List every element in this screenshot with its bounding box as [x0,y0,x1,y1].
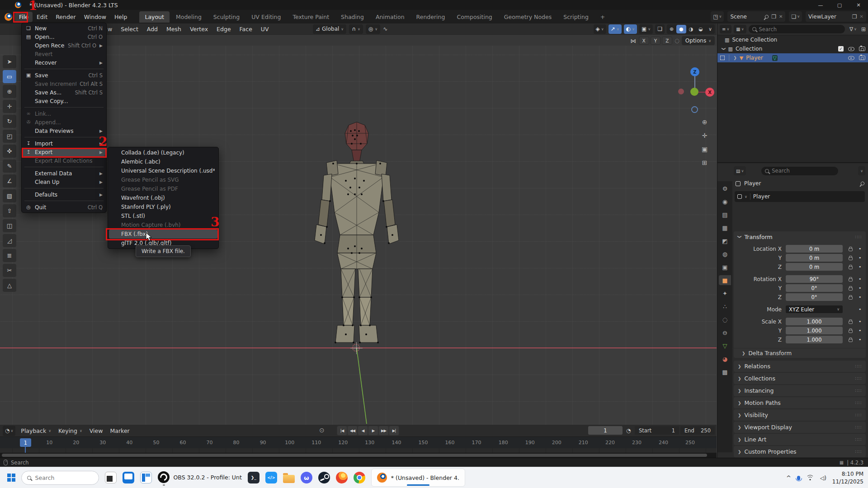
lock-icon[interactable] [849,339,853,342]
filter-dropdown[interactable]: ∇∨ [847,25,859,33]
expander-icon[interactable]: ❯ [722,47,726,51]
orientation-dropdown[interactable]: ⊿ Global∨ [313,24,346,34]
volume-icon[interactable]: ◁) [820,475,826,481]
timeline-menu-view[interactable]: View [86,426,107,436]
viewport-menu-add[interactable]: Add [147,26,158,33]
gizmo-z-negative[interactable] [691,106,698,113]
options-dropdown[interactable]: Options∨ [682,36,715,45]
expander-icon[interactable]: ❯ [733,56,737,60]
animate-decorator[interactable]: • [859,337,862,343]
shading-dropdown[interactable]: ∨ [706,25,715,33]
breadcrumb-object[interactable]: Player [744,180,761,187]
snap-base-icon[interactable]: ◌ [675,38,679,44]
clock[interactable]: 8:10 PM 11/12/2025 [832,470,863,485]
menu-window[interactable]: Window [80,12,110,22]
viewport-menu-vertex[interactable]: Vertex [190,26,208,33]
firefox-icon[interactable] [336,472,348,483]
animate-decorator[interactable]: • [859,306,862,312]
auto-keying-toggle[interactable]: ⊙ [319,427,325,434]
tab-world[interactable]: ◍ [719,249,731,259]
new-collection-button[interactable]: ⊞ [861,26,866,33]
view-menu-partial[interactable]: w [108,26,112,33]
stopwatch-icon[interactable]: ◔ [626,427,631,434]
character-model[interactable] [312,117,402,349]
field-scale-x[interactable]: 1.000 [786,318,843,325]
annotate-tool[interactable]: ✎ [3,160,16,173]
mirror-z-button[interactable]: Z [662,37,672,45]
tab-physics[interactable]: ◌ [719,314,731,324]
scale-tool[interactable]: ◰ [3,130,16,143]
shading-solid[interactable]: ● [676,25,686,33]
mirror-x-button[interactable]: X [639,37,649,45]
timeline-menu-marker[interactable]: Marker [107,426,133,436]
new-viewlayer-icon[interactable]: ❐ [852,14,857,20]
workspace-tab-uv-editing[interactable]: UV Editing [246,11,286,23]
transform-tool[interactable]: ✜ [3,145,16,158]
tab-material[interactable]: ◕ [719,354,731,364]
field-z[interactable]: 1.000 [786,336,843,343]
panel-relations[interactable]: ❯Relations [734,361,866,372]
frame-end-field[interactable]: End 250 [680,426,715,435]
properties-options-dropdown[interactable]: ∨ [858,166,865,175]
animate-decorator[interactable]: • [859,285,862,291]
file-menu-item-recover[interactable]: Recover▶ [22,58,106,67]
playhead-frame-badge[interactable]: 1 [20,438,31,447]
tab-object[interactable]: ■ [719,275,731,285]
export-menu-item-stl-stl[interactable]: STL (.stl) [108,211,218,221]
field-z[interactable]: 0 m [786,263,843,271]
properties-search[interactable] [761,167,838,175]
proportional-edit-dropdown[interactable]: ◎∨ [366,24,380,34]
gizmo-dropdown[interactable]: ▣∨ [639,24,653,34]
pc-monitor-icon[interactable] [123,472,134,483]
viewport-menu-uv[interactable]: UV [261,26,269,33]
export-menu-item-alembic-abc[interactable]: Alembic (.abc) [108,157,218,166]
tab-data[interactable]: ▽ [719,341,731,351]
transform-panel-header[interactable]: ❯ Transform [734,231,866,242]
play-button[interactable]: ▶ [368,426,378,435]
timeline-scrollbar[interactable] [0,453,717,458]
jump-to-start-button[interactable]: |◀ [337,426,347,435]
frame-start-field[interactable]: Start 1 [635,426,679,435]
prev-keyframe-button[interactable]: ◀◀ [348,426,357,435]
scene-browse-dropdown[interactable]: ◳∨ [711,11,724,22]
scrollbar-handle[interactable] [2,454,707,457]
workspace-tab-rendering[interactable]: Rendering [411,11,451,23]
minimize-button[interactable]: — [811,0,830,10]
field-rotation-x[interactable]: 90° [786,275,843,283]
blender-menu-icon[interactable] [5,13,12,21]
next-keyframe-button[interactable]: ▶▶ [379,426,388,435]
properties-search-input[interactable] [772,168,835,174]
visibility-dropdown[interactable]: ◈∨ [594,24,606,34]
rotate-tool[interactable]: ↻ [3,115,16,128]
chrome-icon[interactable] [354,472,365,483]
gizmo-z-axis[interactable]: Z [690,67,699,76]
file-menu-item-quit[interactable]: ◎QuitCtrl Q [22,203,106,211]
obs-task-button[interactable]: OBS 32.0.2 - Profile: Unt [158,471,242,484]
exclude-checkbox[interactable]: ✓ [838,46,844,52]
animate-decorator[interactable]: • [859,246,862,252]
viewport-menu-mesh[interactable]: Mesh [166,26,181,33]
outliner-search[interactable] [749,25,845,33]
taskbar-search[interactable] [21,471,99,485]
pin-id-icon[interactable] [860,181,865,186]
ortho-grid-icon[interactable]: ⊞ [702,159,708,166]
tab-collection[interactable]: ▣ [719,262,731,272]
tab-tool[interactable]: ⚙ [719,183,731,193]
play-reverse-button[interactable]: ◀ [358,426,368,435]
viewlayer-selector[interactable]: ViewLayer ❐ ✕ [806,11,866,22]
poly-build-tool[interactable]: △ [3,279,16,292]
start-button[interactable] [7,474,15,482]
shading-rendered[interactable]: ◒ [696,25,706,33]
stacked-windows-icon[interactable] [105,472,117,483]
animate-decorator[interactable]: • [859,328,862,333]
viewport-menu-edge[interactable]: Edge [217,26,231,33]
hidden-icons-chevron[interactable]: ^ [786,474,791,481]
snap-toggle[interactable]: ◐∨ [624,24,637,34]
playhead-line[interactable] [25,446,26,453]
proportional-falloff-toggle[interactable]: ↗∨ [609,24,622,34]
outliner-search-input[interactable] [759,26,840,33]
remove-viewlayer-icon[interactable]: ✕ [860,14,863,19]
lock-icon[interactable] [849,257,853,260]
knife-tool[interactable]: ✂ [3,264,16,277]
field-z[interactable]: 0° [786,293,843,301]
